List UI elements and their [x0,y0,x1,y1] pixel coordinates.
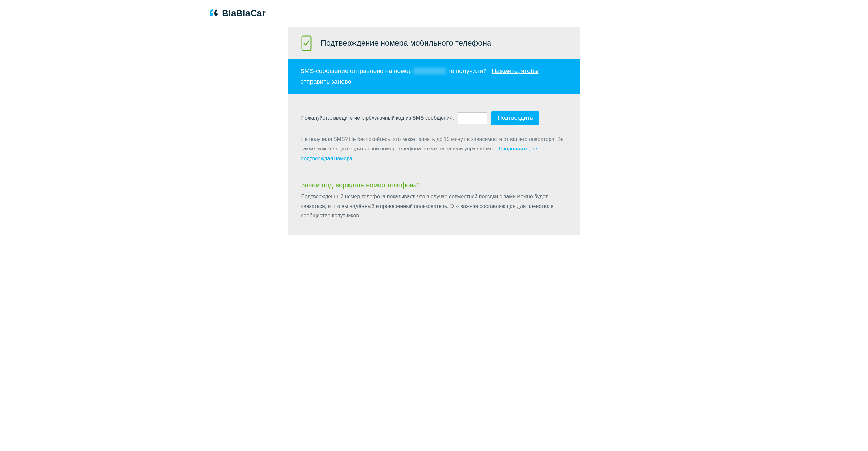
sms-sent-banner: SMS-сообщение отправлено на номер Не пол… [288,59,580,94]
verification-card: Подтверждение номера мобильного телефона… [288,27,580,235]
no-sms-help: Не получили SMS? Не беспокойтесь, это мо… [301,134,567,163]
brand-name: BlaBlaCar [222,8,266,19]
card-title: Подтверждение номера мобильного телефона [321,38,491,48]
card-body: Пожалуйста, введите четырёхзначный код и… [288,94,580,235]
code-input[interactable] [458,112,487,124]
svg-rect-0 [302,36,311,50]
brand-logo[interactable]: BlaBlaCar [209,8,266,19]
sms-sent-prefix: SMS-сообщение отправлено на номер [301,67,412,74]
sms-phone-masked [413,67,446,74]
code-entry-row: Пожалуйста, введите четырёхзначный код и… [301,111,567,125]
sms-not-received: Не получили? [446,67,486,74]
quote-icon [209,8,220,19]
why-title: Зачем подтверждать номер телефона? [301,181,567,189]
phone-verified-icon [301,35,312,51]
why-text: Подтвержденный номер телефона показывает… [301,192,567,220]
code-label: Пожалуйста, введите четырёхзначный код и… [301,115,454,121]
sms-resend-period: . [351,78,353,85]
card-header: Подтверждение номера мобильного телефона [288,27,580,59]
site-header: BlaBlaCar [189,0,679,27]
confirm-button[interactable]: Подтвердить [491,111,539,125]
why-section: Зачем подтверждать номер телефона? Подтв… [301,181,567,220]
